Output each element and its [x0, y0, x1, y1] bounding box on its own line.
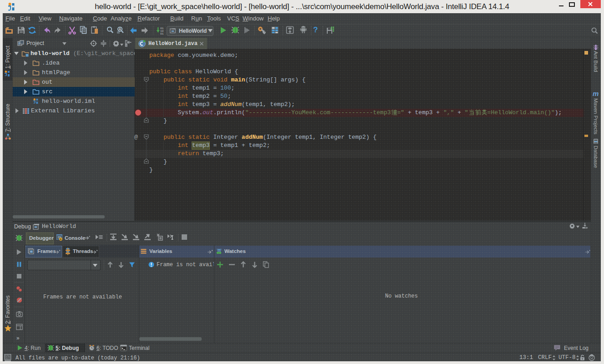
svg-text:01: 01 [160, 32, 164, 35]
